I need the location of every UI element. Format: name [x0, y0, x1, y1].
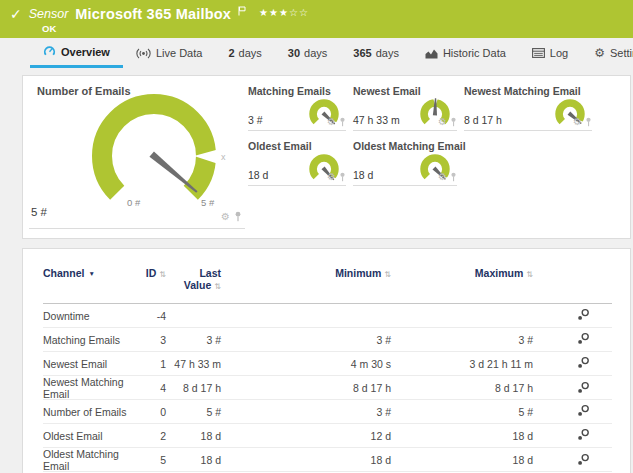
channel-gear-icon[interactable]: ⚙: [438, 172, 447, 182]
historic-chart-icon: [425, 48, 438, 59]
channel-min: 8 d 17 h: [221, 382, 391, 394]
header-last-value[interactable]: Last Value⇅: [166, 265, 221, 291]
settings-gear-icon: ⚙: [594, 47, 605, 59]
channel-id: 4: [143, 382, 166, 394]
stars-empty: ☆☆: [289, 7, 309, 18]
channel-id: 3: [143, 334, 166, 346]
tab-historic-data[interactable]: Historic Data: [412, 38, 519, 68]
mini-gauge-value: 8 d 17 h: [464, 114, 502, 126]
tab-30-days[interactable]: 30 days: [275, 38, 341, 68]
edit-channel-icon[interactable]: [577, 428, 590, 441]
table-row: Oldest Email 2 18 d 12 d 18 d: [43, 424, 612, 448]
edit-channel-icon[interactable]: [577, 332, 590, 345]
pin-icon[interactable]: [234, 211, 242, 222]
channel-gear-icon[interactable]: ⚙: [327, 117, 336, 127]
channel-max: 3 #: [391, 334, 533, 346]
table-row: Newest Matching Email 4 8 d 17 h 8 d 17 …: [43, 376, 612, 400]
tab-365-days[interactable]: 365 days: [340, 38, 412, 68]
edit-channel-icon[interactable]: [577, 381, 590, 394]
channels-panel: Channel▼ ID⇅ Last Value⇅ Minimum⇅ Maximu…: [22, 248, 631, 473]
tab-overview[interactable]: Overview: [30, 38, 123, 68]
pin-icon[interactable]: [339, 117, 346, 127]
channel-id: 5: [143, 454, 166, 466]
edit-channel-icon[interactable]: [577, 453, 590, 466]
tab-label: days: [304, 47, 327, 59]
mini-gauge-grid: Matching Emails 3 # ⚙ Newest Email 47 h …: [248, 85, 592, 186]
channel-name: Newest Email: [43, 358, 143, 370]
sensor-header: ✓ Sensor Microsoft 365 Mailbox ★★★☆☆ OK: [0, 0, 633, 38]
tab-log[interactable]: Log: [519, 38, 581, 68]
mini-gauge-value: 18 d: [248, 169, 268, 181]
header-minimum[interactable]: Minimum⇅: [221, 265, 391, 279]
tab-bar: Overview Live Data 2 days 30 days 365 da…: [0, 38, 633, 68]
sort-icon: ⇅: [214, 282, 221, 291]
channel-name: Matching Emails: [43, 334, 143, 346]
tab-2-days[interactable]: 2 days: [215, 38, 274, 68]
channel-id: -4: [143, 310, 166, 322]
channel-min: 12 d: [221, 430, 391, 442]
edit-channel-icon[interactable]: [577, 356, 590, 369]
svg-text:x: x: [221, 152, 226, 162]
mini-gauge-title: Newest Email: [353, 85, 421, 97]
mini-gauge-newest-matching-email: Newest Matching Email 8 d 17 h ⚙: [464, 85, 592, 131]
header-maximum[interactable]: Maximum⇅: [391, 265, 533, 279]
channel-min: 3 #: [221, 334, 391, 346]
edit-channel-icon[interactable]: [577, 404, 590, 417]
channel-max: 8 d 17 h: [391, 382, 533, 394]
edit-channel-icon[interactable]: [577, 308, 590, 321]
flag-icon[interactable]: [238, 2, 246, 20]
divider: [29, 228, 245, 229]
channel-name: Downtime: [43, 310, 143, 322]
channel-last: 5 #: [166, 406, 221, 418]
mini-gauge-title: Oldest Email: [248, 140, 312, 152]
status-badge: OK: [42, 23, 56, 34]
channel-name: Newest Matching Email: [43, 376, 143, 400]
tab-label: Overview: [61, 46, 110, 58]
mini-gauge-newest-email: Newest Email 47 h 33 m ⚙: [353, 85, 457, 131]
tab-label: days: [239, 47, 262, 59]
pin-icon[interactable]: [585, 117, 592, 127]
channel-gear-icon[interactable]: ⚙: [327, 172, 336, 182]
status-check-icon: ✓: [10, 6, 22, 22]
tab-label: Live Data: [156, 47, 202, 59]
pin-icon[interactable]: [339, 172, 346, 182]
mini-gauge-oldest-matching-email: Oldest Matching Email 18 d ⚙: [353, 140, 457, 186]
channel-name: Number of Emails: [43, 406, 143, 418]
sensor-title: Microsoft 365 Mailbox: [75, 6, 231, 22]
channel-gear-icon[interactable]: ⚙: [573, 117, 582, 127]
table-row: Downtime -4: [43, 304, 612, 328]
channel-id: 1: [143, 358, 166, 370]
tab-label: Log: [550, 47, 568, 59]
gauge-scale-min: 0 #: [127, 197, 140, 208]
log-icon: [532, 48, 545, 58]
mini-gauge-value: 3 #: [248, 114, 263, 126]
channel-gear-icon[interactable]: ⚙: [221, 212, 230, 222]
pin-icon[interactable]: [450, 117, 457, 127]
tab-live-data[interactable]: Live Data: [123, 38, 215, 68]
channel-last: 3 #: [166, 334, 221, 346]
table-row: Number of Emails 0 5 # 3 # 5 #: [43, 400, 612, 424]
mini-gauge-matching-emails: Matching Emails 3 # ⚙: [248, 85, 346, 131]
tab-label: Settings: [610, 47, 633, 59]
channel-max: 3 d 21 h 11 m: [391, 358, 533, 370]
channel-gear-icon[interactable]: ⚙: [438, 117, 447, 127]
stars-filled: ★★★: [259, 7, 289, 18]
channel-max: 18 d: [391, 454, 533, 466]
channel-last: 8 d 17 h: [166, 382, 221, 394]
sort-icon: ⇅: [159, 270, 166, 279]
gauges-panel: Number of Emails x 0 # 5 # 5 # ⚙ Matchin…: [22, 75, 631, 239]
main-gauge-value: 5 #: [31, 206, 47, 218]
tab-settings[interactable]: ⚙ Settings: [581, 38, 633, 68]
object-type-label: Sensor: [29, 7, 69, 21]
tab-number: 30: [288, 47, 300, 59]
channels-table: Channel▼ ID⇅ Last Value⇅ Minimum⇅ Maximu…: [43, 265, 612, 472]
sort-icon: ⇅: [384, 270, 391, 279]
header-id[interactable]: ID⇅: [143, 265, 166, 279]
sort-desc-icon: ▼: [88, 270, 94, 277]
channel-last: 18 d: [166, 454, 221, 466]
table-row: Newest Email 1 47 h 33 m 4 m 30 s 3 d 21…: [43, 352, 612, 376]
channel-last: 47 h 33 m: [166, 358, 221, 370]
priority-stars[interactable]: ★★★☆☆: [259, 7, 309, 18]
pin-icon[interactable]: [450, 172, 457, 182]
header-channel[interactable]: Channel▼: [43, 265, 143, 279]
